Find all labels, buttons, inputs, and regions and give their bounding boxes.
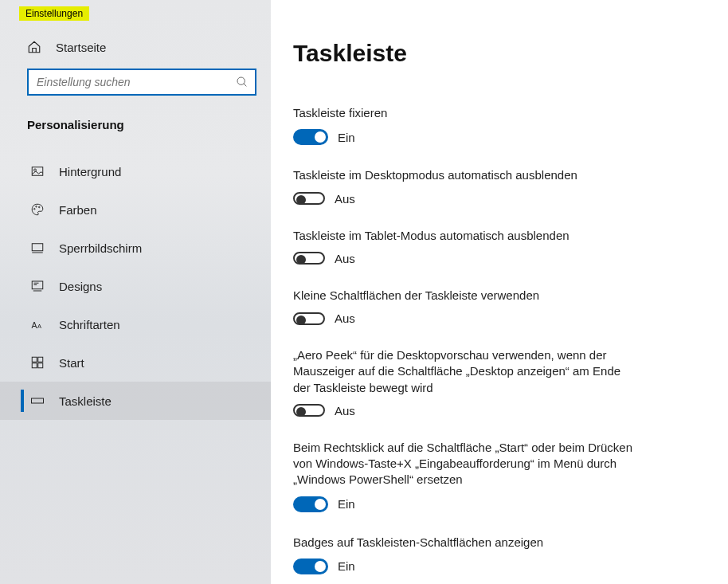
svg-rect-12 (32, 357, 37, 362)
toggle-state-label: Ein (338, 497, 355, 511)
window-title-text: Einstellungen (25, 8, 83, 19)
picture-icon (30, 164, 45, 178)
palette-icon (30, 202, 45, 217)
sidebar-item-lockscreen[interactable]: Sperrbildschirm (0, 229, 271, 267)
section-header: Personalisierung (0, 118, 271, 131)
setting-powershell-replace: Beim Rechtsklick auf die Schaltfläche „S… (293, 440, 640, 512)
setting-autohide-desktop: Taskleiste im Desktopmodus automatisch a… (293, 167, 640, 205)
toggle-state-label: Aus (335, 312, 355, 325)
svg-point-6 (39, 206, 41, 208)
start-icon (30, 355, 45, 370)
sidebar-item-label: Schriftarten (59, 318, 120, 331)
sidebar-item-label: Taskleiste (59, 394, 112, 408)
themes-icon (30, 279, 45, 293)
svg-rect-13 (38, 357, 43, 362)
svg-text:A: A (32, 320, 37, 330)
sidebar-item-fonts[interactable]: AA Schriftarten (0, 305, 271, 343)
sidebar-item-label: Start (59, 356, 84, 370)
svg-rect-2 (32, 167, 43, 176)
toggle-switch[interactable] (293, 192, 325, 205)
sidebar-item-label: Farben (59, 203, 97, 217)
sidebar-item-background[interactable]: Hintergrund (0, 152, 271, 190)
fonts-icon: AA (30, 317, 45, 331)
setting-label: Badges auf Taskleisten-Schaltflächen anz… (293, 535, 640, 551)
toggle-state-label: Ein (338, 131, 355, 144)
home-label: Startseite (56, 41, 106, 54)
sidebar-item-themes[interactable]: Designs (0, 267, 271, 305)
svg-point-3 (34, 169, 37, 171)
toggle-switch[interactable] (293, 252, 325, 265)
setting-label: Taskleiste fixieren (293, 105, 640, 121)
toggle-row: Ein (293, 496, 640, 512)
search-icon (236, 76, 249, 88)
setting-label: „Aero Peek“ für die Desktopvorschau verw… (293, 347, 640, 396)
toggle-switch[interactable] (293, 129, 328, 145)
toggle-row: Ein (293, 559, 640, 574)
setting-aero-peek: „Aero Peek“ für die Desktopvorschau verw… (293, 347, 640, 417)
toggle-switch[interactable] (293, 312, 325, 325)
toggle-state-label: Aus (335, 192, 355, 206)
setting-lock-taskbar: Taskleiste fixieren Ein (293, 105, 640, 145)
svg-point-4 (34, 209, 36, 210)
search-input[interactable] (37, 76, 236, 88)
lockscreen-icon (30, 241, 45, 255)
nav-list: Hintergrund Farben Sperrbildschirm Desig… (0, 152, 271, 420)
sidebar-item-taskbar[interactable]: Taskleiste (0, 382, 271, 420)
toggle-row: Aus (293, 404, 640, 417)
setting-badges: Badges auf Taskleisten-Schaltflächen anz… (293, 535, 640, 574)
toggle-switch[interactable] (293, 404, 325, 417)
sidebar-item-label: Sperrbildschirm (59, 241, 142, 255)
content-area: Taskleiste Taskleiste fixieren Ein Taskl… (271, 0, 728, 584)
svg-text:A: A (37, 323, 41, 330)
setting-label: Kleine Schaltflächen der Taskleiste verw… (293, 288, 640, 304)
home-link[interactable]: Startseite (27, 40, 271, 54)
setting-label: Taskleiste im Tablet-Modus automatisch a… (293, 228, 640, 244)
svg-rect-9 (32, 281, 43, 289)
page-title: Taskleiste (293, 40, 680, 67)
window-title: Einstellungen (19, 6, 89, 21)
toggle-row: Aus (293, 192, 640, 206)
toggle-switch[interactable] (293, 559, 328, 574)
setting-small-buttons: Kleine Schaltflächen der Taskleiste verw… (293, 288, 640, 325)
svg-point-5 (36, 206, 37, 208)
toggle-row: Aus (293, 252, 640, 265)
toggle-row: Aus (293, 312, 640, 325)
svg-line-1 (244, 84, 246, 86)
sidebar-item-colors[interactable]: Farben (0, 190, 271, 229)
setting-label: Beim Rechtsklick auf die Schaltfläche „S… (293, 440, 640, 488)
svg-rect-14 (32, 363, 37, 368)
sidebar-item-label: Hintergrund (59, 165, 121, 178)
sidebar: Einstellungen Startseite Personalisierun… (0, 0, 271, 584)
home-icon (27, 40, 41, 54)
svg-rect-7 (32, 244, 43, 251)
toggle-row: Ein (293, 129, 640, 145)
svg-point-0 (237, 77, 245, 84)
sidebar-item-label: Designs (59, 280, 102, 293)
toggle-state-label: Aus (335, 252, 355, 265)
toggle-switch[interactable] (293, 496, 328, 512)
setting-autohide-tablet: Taskleiste im Tablet-Modus automatisch a… (293, 228, 640, 265)
setting-label: Taskleiste im Desktopmodus automatisch a… (293, 167, 640, 183)
toggle-state-label: Aus (335, 404, 355, 417)
sidebar-item-start[interactable]: Start (0, 343, 271, 382)
search-box[interactable] (27, 69, 256, 96)
section-header-text: Personalisierung (27, 118, 124, 131)
taskbar-icon (30, 394, 45, 408)
toggle-state-label: Ein (338, 559, 355, 573)
svg-rect-15 (38, 363, 43, 368)
svg-rect-16 (32, 398, 44, 403)
